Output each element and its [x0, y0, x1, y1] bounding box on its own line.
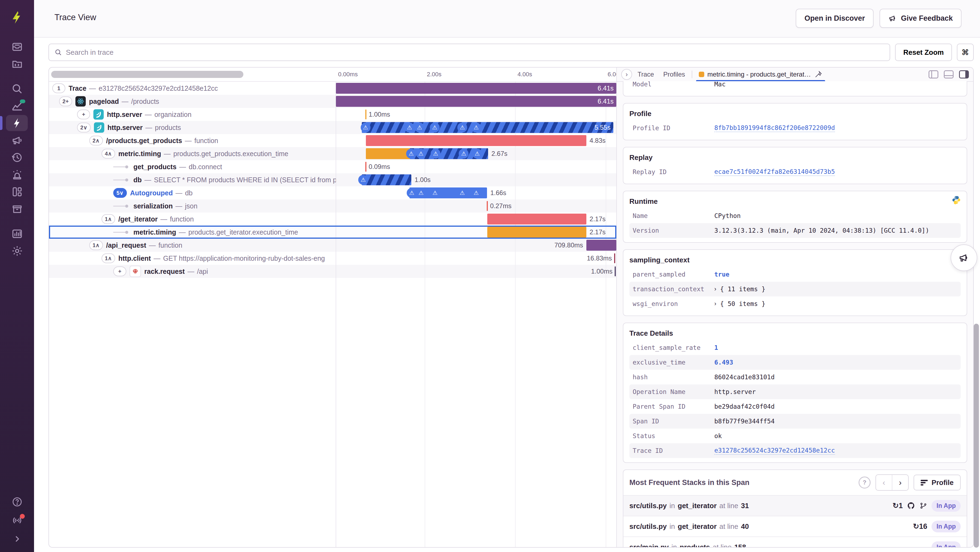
pin-icon[interactable] — [814, 70, 822, 78]
open-in-discover-button[interactable]: Open in Discover — [796, 9, 873, 28]
span-children-badge[interactable]: + — [77, 110, 90, 119]
sidebar-item-feedback[interactable] — [0, 132, 34, 149]
duration-bar[interactable]: ⚠⚠⚠⚠⚠ — [409, 187, 487, 198]
span-children-badge[interactable]: + — [113, 266, 126, 276]
layout-dock-right-button[interactable] — [959, 70, 969, 78]
sentry-logo[interactable] — [8, 8, 26, 27]
span-children-badge[interactable]: 2∨ — [77, 123, 91, 132]
git-branch-icon[interactable] — [920, 502, 927, 509]
trace-span-row[interactable]: 2∨http.server—products⚠⚠⚠⚠⚠⚠5.55s — [49, 121, 616, 134]
span-children-badge[interactable]: 1∧ — [102, 214, 115, 224]
duration-bar[interactable]: ⚠⚠⚠⚠⚠ — [366, 148, 488, 159]
warning-icon[interactable]: ⚠ — [358, 175, 368, 185]
duration-bar[interactable]: 6.41s — [336, 96, 616, 107]
duration-bar[interactable]: 6.41s — [336, 83, 616, 94]
expand-chevron-icon[interactable]: › — [714, 300, 716, 307]
kv-value[interactable]: { 11 items } — [720, 286, 765, 293]
span-children-badge[interactable]: 2∧ — [89, 136, 103, 145]
tab-span-active[interactable]: metric.timing - products.get_iterat… — [695, 67, 826, 81]
span-children-badge[interactable]: 1 — [52, 83, 65, 93]
warning-icon[interactable]: ⚠ — [457, 188, 467, 198]
sidebar-item-insights[interactable] — [0, 97, 34, 115]
duration-bar[interactable]: ⚠⚠⚠⚠⚠⚠5.55s — [362, 122, 613, 133]
span-children-badge[interactable]: 1∧ — [102, 254, 115, 263]
duration-tick[interactable] — [487, 201, 488, 211]
vertical-scrollbar[interactable] — [974, 324, 979, 548]
sidebar-item-settings[interactable] — [0, 242, 34, 259]
trace-span-row[interactable]: 5∨Autogrouped—db⚠⚠⚠⚠⚠1.66s — [49, 187, 616, 199]
trace-span-row[interactable]: +http.server—organization1.00ms — [49, 108, 616, 121]
warning-icon[interactable]: ⚠ — [431, 149, 441, 159]
duration-bar[interactable] — [366, 135, 586, 146]
sidebar-item-projects[interactable] — [0, 55, 34, 72]
layout-dock-left-button[interactable] — [929, 70, 939, 78]
stack-frame-row[interactable]: src/utils.pyinget_iteratorat line40↻16In… — [624, 516, 967, 536]
trace-span-row[interactable]: get_products—db.connect0.09ms — [49, 160, 616, 173]
duration-bar[interactable] — [487, 227, 586, 238]
sidebar-item-stats[interactable] — [0, 225, 34, 242]
expand-chevron-icon[interactable]: › — [714, 286, 716, 293]
sidebar-item-whats-new[interactable] — [0, 512, 34, 528]
sidebar-item-replays[interactable] — [0, 149, 34, 166]
warning-icon[interactable]: ⚠ — [430, 123, 440, 132]
duration-tick[interactable] — [615, 266, 616, 276]
sidebar-item-help[interactable] — [0, 493, 34, 509]
warning-icon[interactable]: ⚠ — [472, 149, 482, 159]
trace-span-row[interactable]: 2∧/products.get_products—function4.83s — [49, 134, 616, 147]
warning-icon[interactable]: ⚠ — [471, 123, 481, 132]
trace-span-row[interactable]: 1∧/get_iterator—function2.17s — [49, 212, 616, 226]
trace-span-row[interactable]: serialization—json0.27ms — [49, 199, 616, 212]
trace-span-row[interactable]: 1Trace—e31278c256524c3297e2cd12458e12cc6… — [49, 82, 616, 95]
warning-icon[interactable]: ⚠ — [415, 123, 425, 132]
horizontal-scrollbar[interactable] — [51, 71, 243, 78]
sidebar-item-expand[interactable] — [0, 530, 34, 547]
trace-span-row[interactable]: 1∧/api_request—function709.80ms — [49, 239, 616, 252]
sidebar-item-explore[interactable] — [0, 80, 34, 97]
trace-span-row[interactable]: 1∧http.client—GET https://application-mo… — [49, 252, 616, 265]
span-children-badge[interactable]: 2+ — [59, 96, 72, 106]
trace-span-row[interactable]: 2+pageload—/products6.41s — [49, 95, 616, 108]
trace-span-row[interactable]: metric.timing—products.get_iterator.exec… — [49, 226, 616, 239]
duration-bar[interactable]: ⚠ — [362, 174, 411, 185]
warning-icon[interactable]: ⚠ — [416, 188, 426, 198]
warning-icon[interactable]: ⚠ — [404, 123, 414, 132]
kv-value[interactable]: { 50 items } — [720, 300, 765, 307]
github-icon[interactable] — [907, 502, 915, 510]
kv-value-link[interactable]: e31278c256524c3297e2cd12458e12cc — [714, 447, 835, 455]
pager-prev-button[interactable]: ‹ — [876, 475, 892, 490]
warning-icon[interactable]: ⚠ — [406, 149, 416, 159]
duration-tick[interactable] — [365, 110, 366, 119]
tab-profiles[interactable]: Profiles — [659, 67, 689, 81]
give-feedback-button[interactable]: Give Feedback — [880, 9, 961, 28]
warning-icon[interactable]: ⚠ — [457, 123, 467, 132]
sidebar-item-performance[interactable] — [0, 115, 34, 132]
layout-dock-bottom-button[interactable] — [944, 70, 954, 78]
stack-frame-row[interactable]: src/main.pyinproductsat line158In App — [624, 536, 967, 547]
reset-zoom-button[interactable]: Reset Zoom — [895, 44, 952, 61]
warning-icon[interactable]: ⚠ — [361, 123, 371, 132]
duration-bar[interactable] — [487, 214, 586, 225]
sidebar-item-issues[interactable] — [0, 38, 34, 55]
sidebar-item-dashboards[interactable] — [0, 183, 34, 200]
trace-span-row[interactable]: 4∧metric.timing—products.get_products.ex… — [49, 147, 616, 160]
span-children-badge[interactable]: 4∧ — [102, 149, 115, 159]
warning-icon[interactable]: ⚠ — [416, 149, 426, 159]
duration-tick[interactable] — [614, 254, 615, 263]
help-icon[interactable]: ? — [859, 477, 870, 488]
profile-button[interactable]: Profile — [913, 475, 961, 490]
span-children-badge[interactable]: 1∧ — [89, 240, 103, 250]
search-input[interactable]: Search in trace — [48, 44, 890, 61]
trace-span-row[interactable]: +rack.request—/api1.00ms — [49, 265, 616, 278]
duration-tick[interactable] — [365, 162, 366, 172]
sidebar-item-alerts[interactable] — [0, 166, 34, 183]
warning-icon[interactable]: ⚠ — [471, 188, 481, 198]
shortcut-button[interactable]: ⌘ — [957, 44, 974, 61]
warning-icon[interactable]: ⚠ — [459, 149, 468, 159]
tab-trace[interactable]: Trace — [634, 67, 658, 81]
sidebar-item-releases[interactable] — [0, 200, 34, 217]
warning-icon[interactable]: ⚠ — [407, 188, 417, 198]
pager-next-button[interactable]: › — [892, 475, 908, 490]
kv-value-link[interactable]: ecae7c51f0024f2fa82e6314045d73b5 — [714, 168, 835, 176]
trace-span-row[interactable]: db—SELECT * FROM products WHERE id IN (S… — [49, 173, 616, 187]
floating-feedback-button[interactable] — [951, 244, 977, 271]
